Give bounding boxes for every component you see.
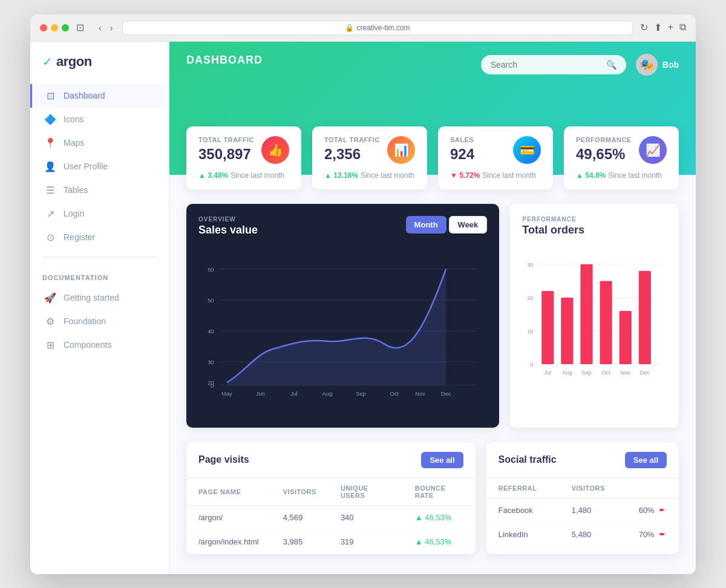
referral-name: Facebook [486,498,560,522]
overview-label: OVERVIEW [198,216,258,223]
referral-progress: 70% [627,522,679,546]
sidebar-item-label: Tables [64,185,88,195]
svg-text:30: 30 [528,261,534,267]
sidebar-logo: ✓ argon [30,54,169,84]
svg-rect-31 [620,310,632,364]
stat-card-2: SALES 924 💳 ▼ 5.72% Since last month [438,126,553,189]
svg-text:Jul: Jul [544,369,552,375]
month-button[interactable]: Month [406,216,446,234]
sales-chart-card: OVERVIEW Sales value Month Week [186,204,499,428]
sidebar-item-user-profile[interactable]: 👤User Profile [30,155,169,178]
line-chart-area: 60 50 40 30 20 May Jun Jul [198,246,487,416]
forward-button[interactable]: › [108,22,116,34]
browser-toolbar: ⊡ ‹ › 🔒 creative-tim.com ↻ ⬆ + ⧉ [30,15,696,42]
stat-label: TOTAL TRAFFIC [198,136,254,143]
sidebar-item-label: Register [64,232,95,242]
sidebar-item-label: User Profile [64,162,108,171]
reload-icon[interactable]: ↻ [640,22,648,33]
page-visits-body: /argon/ 4,569 340 ▲ 46,53% /argon/index.… [186,505,476,554]
stat-info: SALES 924 [450,136,474,163]
svg-text:30: 30 [208,359,214,365]
table-row: /argon/ 4,569 340 ▲ 46,53% [186,505,476,529]
stat-info: TOTAL TRAFFIC 350,897 [198,136,254,163]
svg-text:Nov: Nov [621,369,631,375]
chart-labels: OVERVIEW Sales value [198,216,258,237]
orders-title: Total orders [522,224,584,237]
stat-card-header: TOTAL TRAFFIC 2,356 📊 [324,136,415,164]
stat-footer: ▼ 5.72% Since last month [450,171,541,180]
header-right: 🔍 🎭 Bob [481,54,679,76]
search-input[interactable] [491,60,601,70]
doc-nav-icon: ⊞ [44,339,56,351]
orders-chart-header: PERFORMANCE Total orders [522,216,667,237]
svg-text:0: 0 [531,361,534,367]
stat-change-label: Since last month [608,171,662,180]
bottom-row: Page visits See all PAGE NAME VISITORS U… [169,428,696,569]
stat-icon: 📈 [639,136,667,164]
user-name: Bob [662,60,679,70]
page-visits-table: PAGE NAME VISITORS UNIQUE USERS BOUNCE R… [186,479,476,554]
stat-card-0: TOTAL TRAFFIC 350,897 👍 ▲ 3.48% Since la… [186,126,301,189]
sidebar-doc-nav: 🚀Getting started⚙Foundation⊞Components [30,286,169,357]
svg-text:Aug: Aug [563,369,572,375]
svg-text:Aug: Aug [322,390,333,396]
sidebar-doc-item-getting-started[interactable]: 🚀Getting started [30,286,169,310]
cards-row: TOTAL TRAFFIC 350,897 👍 ▲ 3.48% Since la… [169,126,696,189]
page-visits-title: Page visits [198,454,249,465]
browser-window: ⊡ ‹ › 🔒 creative-tim.com ↻ ⬆ + ⧉ ✓ argon… [30,15,696,574]
sidebar-toggle-icon[interactable]: ⊡ [76,22,84,33]
sidebar-doc-label: Foundation [64,316,106,326]
sidebar-item-icons[interactable]: 🔷Icons [30,108,169,131]
sidebar-item-dashboard[interactable]: ⊡Dashboard [30,84,169,108]
stat-value: 2,356 [324,146,380,163]
dot-red[interactable] [40,24,47,31]
progress-percent: 70% [639,530,655,539]
sidebar-main-nav: ⊡Dashboard🔷Icons📍Maps👤User Profile☰Table… [30,84,169,249]
sidebar-doc-label: Getting started [64,293,119,302]
nav-icon: ⊡ [44,90,56,102]
bar-chart-svg: 30 20 10 0 [522,246,667,416]
svg-text:Oct: Oct [602,369,611,375]
referral-name: LinkedIn [486,522,560,546]
social-see-all[interactable]: See all [625,452,667,468]
browser-nav: ‹ › [96,22,115,34]
plus-icon[interactable]: + [668,22,673,33]
sidebar-doc-item-foundation[interactable]: ⚙Foundation [30,310,169,333]
stat-card-header: SALES 924 💳 [450,136,541,164]
svg-rect-32 [639,270,651,364]
back-button[interactable]: ‹ [96,22,104,34]
svg-text:0: 0 [211,382,214,388]
unique-users: 319 [329,529,403,554]
chart-title: Sales value [198,224,258,237]
app-layout: ✓ argon ⊡Dashboard🔷Icons📍Maps👤User Profi… [30,42,696,574]
nav-icon: 🔷 [44,114,56,125]
week-button[interactable]: Week [449,216,488,234]
sidebar-item-login[interactable]: ↗Login [30,202,169,226]
tabs-icon[interactable]: ⧉ [679,22,686,33]
stat-card-header: PERFORMANCE 49,65% 📈 [576,136,667,164]
sidebar-item-tables[interactable]: ☰Tables [30,178,169,202]
progress-bar [659,509,667,511]
table-row: /argon/index.html 3,985 319 ▲ 46,53% [186,529,476,554]
doc-nav-icon: ⚙ [44,316,56,327]
url-text: creative-tim.com [356,24,410,32]
page-visits-see-all[interactable]: See all [421,452,463,468]
sidebar-doc-item-components[interactable]: ⊞Components [30,333,169,357]
sidebar-divider [42,256,157,257]
search-bar: 🔍 [481,55,626,74]
stat-info: TOTAL TRAFFIC 2,356 [324,136,380,163]
dot-green[interactable] [62,24,69,31]
stat-card-3: PERFORMANCE 49,65% 📈 ▲ 54.8% Since last … [564,126,679,189]
logo-icon: ✓ [42,54,53,69]
line-chart-svg: 60 50 40 30 20 May Jun Jul [198,246,487,416]
page-visits-card: Page visits See all PAGE NAME VISITORS U… [186,442,476,554]
list-item: LinkedIn 5,480 70% [486,522,679,546]
orders-labels: PERFORMANCE Total orders [522,216,584,237]
progress-bar [659,533,667,535]
sidebar-item-maps[interactable]: 📍Maps [30,131,169,155]
nav-icon: ↗ [44,208,56,220]
sidebar-item-register[interactable]: ⊙Register [30,226,169,249]
svg-text:Dec: Dec [441,390,451,396]
dot-yellow[interactable] [51,24,58,31]
main-content: DASHBOARD 🔍 🎭 Bob TOTAL TRAFFIC [169,42,696,574]
